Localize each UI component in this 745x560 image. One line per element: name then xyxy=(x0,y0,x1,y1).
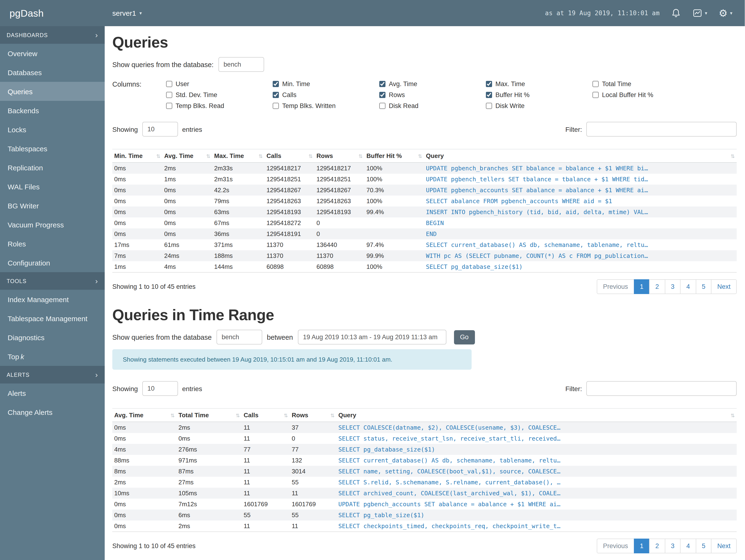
pagination-page-4[interactable]: 4 xyxy=(680,538,696,553)
query-link[interactable]: SELECT current_database() AS db, scheman… xyxy=(424,239,737,250)
column-header-buffer-hit[interactable]: Buffer Hit %⇅ xyxy=(364,149,424,163)
pagination-next[interactable]: Next xyxy=(711,538,737,553)
filter-input[interactable] xyxy=(586,122,737,137)
pagination-previous[interactable]: Previous xyxy=(597,279,634,294)
column-toggle-calls[interactable]: Calls xyxy=(273,90,379,99)
pagination-previous[interactable]: Previous xyxy=(597,538,634,553)
query-link[interactable]: UPDATE pgbench_accounts SET abalance = a… xyxy=(424,185,737,196)
query-link[interactable]: SELECT pg_table_size($1) xyxy=(336,509,737,521)
column-toggle-checkbox[interactable] xyxy=(592,92,599,98)
sidebar-item-backends[interactable]: Backends xyxy=(0,101,105,120)
query-link[interactable]: SELECT status, receive_start_lsn, receiv… xyxy=(336,433,737,444)
query-link[interactable]: SELECT name, setting, COALESCE(boot_val,… xyxy=(336,466,737,477)
database-input[interactable] xyxy=(217,330,262,344)
query-link[interactable]: SELECT S.relid, S.schemaname, S.relname,… xyxy=(336,477,737,488)
entries-count-input[interactable] xyxy=(142,122,178,137)
sidebar-item-alerts[interactable]: Alerts xyxy=(0,384,105,402)
sidebar-section-alerts[interactable]: ALERTS› xyxy=(0,366,105,384)
sidebar-item-bg-writer[interactable]: BG Writer xyxy=(0,196,105,215)
column-toggle-checkbox[interactable] xyxy=(273,103,279,109)
column-toggle-disk-read[interactable]: Disk Read xyxy=(379,101,486,110)
column-toggle-checkbox[interactable] xyxy=(379,103,386,109)
column-toggle-checkbox[interactable] xyxy=(486,92,492,98)
pagination-page-4[interactable]: 4 xyxy=(680,279,696,294)
column-toggle-user[interactable]: User xyxy=(166,79,273,89)
filter-input[interactable] xyxy=(586,381,737,396)
column-toggle-max-time[interactable]: Max. Time xyxy=(486,79,592,89)
app-logo[interactable]: pgDash xyxy=(0,7,105,19)
sidebar-item-locks[interactable]: Locks xyxy=(0,120,105,139)
column-header-avg-time[interactable]: Avg. Time⇅ xyxy=(162,149,212,163)
column-toggle-std-dev-time[interactable]: Std. Dev. Time xyxy=(166,90,273,99)
column-header-min-time[interactable]: Min. Time⇅ xyxy=(112,149,162,163)
charts-menu-button[interactable]: ▾ xyxy=(692,8,707,18)
query-link[interactable]: SELECT pg_database_size($1) xyxy=(424,261,737,272)
query-link[interactable]: SELECT abalance FROM pgbench_accounts WH… xyxy=(424,196,737,206)
sidebar-section-dashboards[interactable]: DASHBOARDS› xyxy=(0,26,105,44)
column-toggle-checkbox[interactable] xyxy=(273,81,279,87)
sidebar-item-top-k[interactable]: Topk xyxy=(0,347,105,366)
column-toggle-buffer-hit[interactable]: Buffer Hit % xyxy=(486,90,592,99)
pagination-page-1[interactable]: 1 xyxy=(634,279,650,294)
sidebar-item-index-management[interactable]: Index Management xyxy=(0,290,105,309)
sidebar-item-tablespace-management[interactable]: Tablespace Management xyxy=(0,309,105,328)
column-header-avg-time[interactable]: Avg. Time⇅ xyxy=(112,408,176,422)
server-selector[interactable]: server1 ▾ xyxy=(105,9,142,17)
pagination-next[interactable]: Next xyxy=(711,279,737,294)
column-header-query[interactable]: Query⇅ xyxy=(424,149,737,163)
sidebar-item-change-alerts[interactable]: Change Alerts xyxy=(0,402,105,422)
go-button[interactable]: Go xyxy=(454,330,475,344)
column-header-max-time[interactable]: Max. Time⇅ xyxy=(212,149,265,163)
column-toggle-checkbox[interactable] xyxy=(592,81,599,87)
entries-count-input[interactable] xyxy=(142,381,178,396)
pagination-page-1[interactable]: 1 xyxy=(634,538,650,553)
sidebar-section-tools[interactable]: TOOLS› xyxy=(0,272,105,290)
query-link[interactable]: INSERT INTO pgbench_history (tid, bid, a… xyxy=(424,206,737,218)
sidebar-item-databases[interactable]: Databases xyxy=(0,63,105,82)
column-toggle-checkbox[interactable] xyxy=(379,92,386,98)
pagination-page-5[interactable]: 5 xyxy=(695,279,711,294)
sidebar-item-tablespaces[interactable]: Tablespaces xyxy=(0,139,105,158)
column-header-rows[interactable]: Rows⇅ xyxy=(290,408,336,422)
column-toggle-checkbox[interactable] xyxy=(166,92,172,98)
column-toggle-temp-blks-read[interactable]: Temp Blks. Read xyxy=(166,101,273,110)
sidebar-item-queries[interactable]: Queries xyxy=(0,82,105,101)
settings-menu-button[interactable]: ⚙ ▾ xyxy=(719,8,733,18)
query-link[interactable]: UPDATE pgbench_tellers SET tbalance = tb… xyxy=(424,174,737,185)
column-toggle-checkbox[interactable] xyxy=(486,103,492,109)
query-link[interactable]: END xyxy=(424,228,737,239)
query-link[interactable]: BEGIN xyxy=(424,218,737,228)
column-toggle-local-buffer-hit[interactable]: Local Buffer Hit % xyxy=(592,90,699,99)
pagination-page-2[interactable]: 2 xyxy=(649,279,665,294)
sidebar-item-replication[interactable]: Replication xyxy=(0,158,105,177)
column-toggle-avg-time[interactable]: Avg. Time xyxy=(379,79,486,89)
query-link[interactable]: SELECT current_database() AS db, scheman… xyxy=(336,455,737,466)
sidebar-item-diagnostics[interactable]: Diagnostics xyxy=(0,328,105,347)
column-header-calls[interactable]: Calls⇅ xyxy=(265,149,315,163)
notifications-button[interactable] xyxy=(671,8,681,18)
column-header-rows[interactable]: Rows⇅ xyxy=(315,149,364,163)
query-link[interactable]: UPDATE pgbench_branches SET bbalance = b… xyxy=(424,163,737,174)
column-toggle-rows[interactable]: Rows xyxy=(379,90,486,99)
column-toggle-min-time[interactable]: Min. Time xyxy=(273,79,379,89)
time-range-input[interactable] xyxy=(298,330,446,344)
column-toggle-disk-write[interactable]: Disk Write xyxy=(486,101,592,110)
column-toggle-temp-blks-written[interactable]: Temp Blks. Written xyxy=(273,101,379,110)
pagination-page-3[interactable]: 3 xyxy=(665,279,681,294)
sidebar-item-configuration[interactable]: Configuration xyxy=(0,253,105,272)
sidebar-item-overview[interactable]: Overview xyxy=(0,44,105,63)
column-toggle-checkbox[interactable] xyxy=(379,81,386,87)
pagination-page-2[interactable]: 2 xyxy=(649,538,665,553)
column-toggle-total-time[interactable]: Total Time xyxy=(592,79,699,89)
column-header-total-time[interactable]: Total Time⇅ xyxy=(176,408,242,422)
column-toggle-checkbox[interactable] xyxy=(273,92,279,98)
query-link[interactable]: SELECT archived_count, COALESCE(last_arc… xyxy=(336,488,737,499)
column-toggle-checkbox[interactable] xyxy=(166,81,172,87)
pagination-page-3[interactable]: 3 xyxy=(665,538,681,553)
column-toggle-checkbox[interactable] xyxy=(166,103,172,109)
column-toggle-checkbox[interactable] xyxy=(486,81,492,87)
sidebar-item-wal-files[interactable]: WAL Files xyxy=(0,177,105,196)
query-link[interactable]: UPDATE pgbench_accounts SET abalance = a… xyxy=(336,499,737,509)
pagination-page-5[interactable]: 5 xyxy=(695,538,711,553)
column-header-query[interactable]: Query⇅ xyxy=(336,408,737,422)
